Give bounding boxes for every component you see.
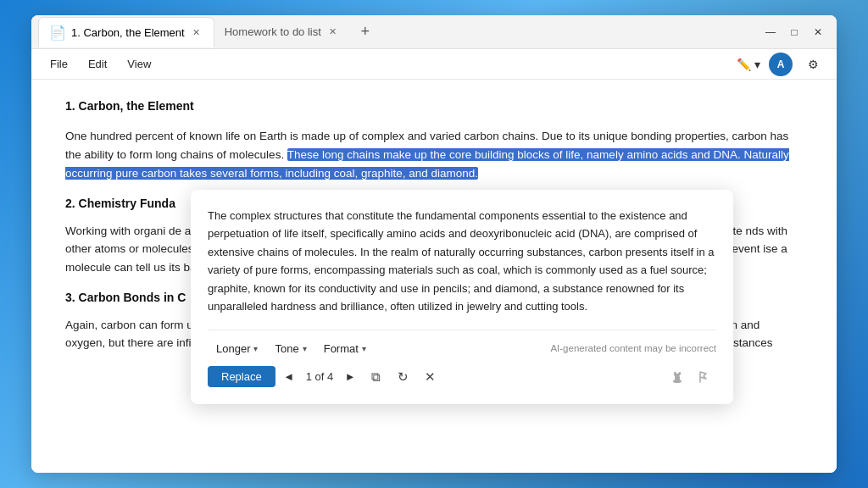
tab-group: 📄 1. Carbon, the Element ✕ Homework to d… [38,15,762,48]
tone-chevron-icon: ▾ [303,344,307,353]
longer-label: Longer [216,342,250,355]
popup-rewritten-text: The complex structures that constitute t… [208,207,716,316]
tab-document-icon: 📄 [49,25,66,41]
settings-button[interactable]: ⚙ [799,53,826,76]
flag-button[interactable] [693,365,716,389]
tone-dropdown[interactable]: Tone ▾ [266,339,314,358]
format-chevron-icon: ▾ [362,344,366,353]
tab-carbon[interactable]: 📄 1. Carbon, the Element ✕ [38,17,214,47]
minimize-button[interactable]: — [762,24,779,41]
main-window: 📄 1. Carbon, the Element ✕ Homework to d… [31,15,837,473]
replace-button[interactable]: Replace [208,366,275,387]
like-button[interactable] [665,365,689,389]
popup-toolbar: Longer ▾ Tone ▾ Format ▾ AI-generated co… [208,330,716,358]
refresh-button[interactable]: ↻ [391,365,415,389]
popup-actions: Replace ◄ 1 of 4 ► ⧉ ↻ ✕ [208,358,716,392]
menu-right: ✏️ ▾ A ⚙ [735,53,826,76]
tab-carbon-label: 1. Carbon, the Element [71,26,185,39]
draw-icon: ✏️ ▾ [737,58,760,71]
tab-homework-label: Homework to do list [225,25,321,38]
ai-rewrite-popup: The complex structures that constitute t… [191,190,733,404]
maximize-button[interactable]: □ [786,24,803,41]
menu-view[interactable]: View [119,54,159,74]
tone-label: Tone [275,342,298,355]
nav-prev-button[interactable]: ◄ [279,365,299,389]
ai-notice: AI-generated content may be incorrect [375,343,716,353]
longer-chevron-icon: ▾ [253,344,258,353]
menu-file[interactable]: File [42,54,76,74]
draw-toolbar-button[interactable]: ✏️ ▾ [735,53,762,76]
svg-rect-1 [675,376,680,380]
title-bar: 📄 1. Carbon, the Element ✕ Homework to d… [31,15,837,49]
close-button[interactable]: ✕ [810,24,826,41]
tab-homework-close[interactable]: ✕ [326,25,340,39]
menu-edit[interactable]: Edit [80,54,115,74]
menu-bar: File Edit View ✏️ ▾ A ⚙ [31,49,837,80]
tab-carbon-close[interactable]: ✕ [190,25,203,39]
nav-counter: 1 of 4 [303,370,337,383]
document-title: 1. Carbon, the Element [65,97,803,115]
document-area: 1. Carbon, the Element One hundred perce… [31,80,837,473]
menu-items: File Edit View [42,54,159,74]
nav-next-button[interactable]: ► [340,365,360,389]
new-tab-button[interactable]: + [353,20,377,44]
window-controls: — □ ✕ [762,24,830,41]
user-avatar[interactable]: A [769,53,793,76]
paragraph-1: One hundred percent of known life on Ear… [65,127,803,182]
copy-button[interactable]: ⧉ [364,365,387,389]
tab-homework[interactable]: Homework to do list ✕ [214,17,350,47]
format-dropdown[interactable]: Format ▾ [315,339,375,358]
longer-dropdown[interactable]: Longer ▾ [208,339,266,358]
format-label: Format [324,342,359,355]
popup-right-actions [665,365,716,389]
close-popup-button[interactable]: ✕ [418,365,442,389]
gear-icon: ⚙ [808,58,819,71]
